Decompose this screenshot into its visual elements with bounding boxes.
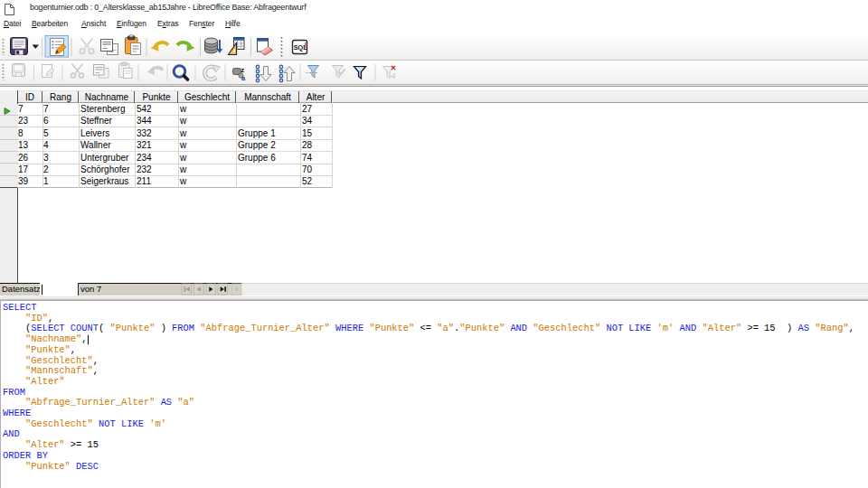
svg-text:z: z bbox=[241, 66, 245, 74]
svg-text:a: a bbox=[241, 74, 246, 82]
